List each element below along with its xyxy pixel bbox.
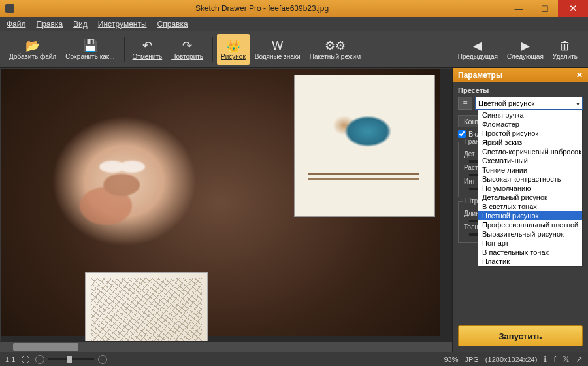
- save-icon: 💾: [83, 39, 97, 53]
- preset-option[interactable]: Выразительный рисунок: [478, 229, 582, 239]
- prev-button[interactable]: ◀ Предыдущая: [454, 34, 502, 65]
- redo-icon: ↷: [182, 39, 192, 53]
- preset-option[interactable]: Цветной рисунок: [478, 211, 582, 220]
- zoom-control: − +: [35, 355, 107, 364]
- save-as-label: Сохранить как...: [65, 53, 114, 60]
- preset-option[interactable]: Простой рисунок: [478, 129, 582, 138]
- sidebar: Параметры ✕ Пресеты ≡ Цветной рисунок Си…: [452, 68, 588, 352]
- horizontal-scrollbar[interactable]: [0, 341, 452, 352]
- menu-edit[interactable]: Правка: [37, 20, 63, 29]
- window-title: Sketch Drawer Pro - feefae639b23.jpg: [18, 4, 506, 13]
- preset-option[interactable]: Синяя ручка: [478, 110, 582, 120]
- next-button[interactable]: ▶ Следующая: [503, 34, 547, 65]
- share-icon[interactable]: ↗: [576, 354, 583, 364]
- add-file-label: Добавить файл: [9, 53, 56, 60]
- preset-option[interactable]: Тонкие линии: [478, 165, 582, 175]
- gear-icon: ⚙⚙: [325, 39, 346, 53]
- preset-option[interactable]: Яркий эскиз: [478, 138, 582, 147]
- preset-option[interactable]: Светло-коричневый набросок: [478, 147, 582, 156]
- preset-dropdown[interactable]: Цветной рисунок: [475, 97, 583, 110]
- titlebar: Sketch Drawer Pro - feefae639b23.jpg — ☐…: [0, 0, 588, 17]
- preview-sketch-portrait: [85, 272, 208, 341]
- presets-label: Пресеты: [458, 86, 583, 94]
- folder-open-icon: 📂: [25, 39, 40, 53]
- preset-option[interactable]: Поп-арт: [478, 239, 582, 248]
- next-label: Следующая: [507, 53, 544, 60]
- enable-checkbox-input[interactable]: [458, 130, 466, 138]
- batch-button[interactable]: ⚙⚙ Пакетный режим: [306, 34, 365, 65]
- zoom-ratio: 1:1: [5, 356, 15, 363]
- trash-icon: 🗑: [559, 39, 571, 53]
- arrow-right-icon: ▶: [521, 39, 530, 53]
- add-file-button[interactable]: 📂 Добавить файл: [5, 34, 60, 65]
- main-area: Параметры ✕ Пресеты ≡ Цветной рисунок Си…: [0, 68, 588, 352]
- preset-option[interactable]: Профессиональный цветной набросок: [478, 220, 582, 229]
- preset-option[interactable]: Схематичный: [478, 156, 582, 165]
- panel-close-icon[interactable]: ✕: [576, 71, 583, 80]
- separator: [212, 37, 213, 62]
- run-label: Запустить: [498, 331, 542, 341]
- menu-view[interactable]: Вид: [73, 20, 88, 29]
- close-button[interactable]: ✕: [558, 0, 588, 17]
- preset-dropdown-list[interactable]: Синяя ручкаФломастерПростой рисунокЯркий…: [478, 110, 583, 267]
- preset-settings-button[interactable]: ≡: [458, 97, 472, 110]
- sliders-icon: ≡: [463, 99, 467, 108]
- preset-option[interactable]: По умолчанию: [478, 184, 582, 193]
- undo-button[interactable]: ↶ Отменить: [129, 34, 167, 65]
- menu-help[interactable]: Справка: [157, 20, 188, 29]
- panel-header: Параметры ✕: [453, 68, 588, 82]
- batch-label: Пакетный режим: [310, 53, 361, 60]
- panel-title: Параметры: [458, 71, 502, 80]
- save-as-button[interactable]: 💾 Сохранить как...: [61, 34, 118, 65]
- canvas[interactable]: [1, 69, 452, 341]
- delete-label: Удалить: [553, 53, 578, 60]
- preset-option[interactable]: Фломастер: [478, 120, 582, 129]
- file-format: JPG: [465, 356, 478, 363]
- fit-icon[interactable]: ⛶: [22, 356, 29, 363]
- info-icon[interactable]: ℹ: [544, 354, 547, 364]
- panel-body: Пресеты ≡ Цветной рисунок Синяя ручкаФло…: [453, 82, 588, 352]
- watermark-label: Водяные знаки: [255, 53, 301, 60]
- watermark-icon: W: [272, 39, 283, 53]
- preset-option[interactable]: Высокая контрастность: [478, 175, 582, 184]
- preset-selected: Цветной рисунок: [478, 99, 534, 107]
- run-button[interactable]: Запустить: [458, 325, 583, 346]
- undo-icon: ↶: [142, 39, 152, 53]
- preset-option[interactable]: Детальный рисунок: [478, 193, 582, 202]
- zoom-out-button[interactable]: −: [35, 355, 44, 364]
- zoom-percent: 93%: [444, 356, 458, 363]
- prev-label: Предыдущая: [458, 53, 498, 60]
- watermark-button[interactable]: W Водяные знаки: [251, 34, 304, 65]
- statusbar: 1:1 ⛶ − + 93% JPG (1280x1024x24) ℹ f 𝕏 ↗: [0, 352, 588, 366]
- drawing-button[interactable]: 👑 Рисунок: [217, 34, 250, 65]
- preset-option[interactable]: В пастельных тонах: [478, 248, 582, 257]
- redo-label: Повторить: [171, 53, 203, 60]
- preset-option[interactable]: Пластик: [478, 257, 582, 266]
- menu-tools[interactable]: Инструменты: [98, 20, 147, 29]
- zoom-in-button[interactable]: +: [98, 355, 107, 364]
- facebook-icon[interactable]: f: [553, 354, 556, 364]
- maximize-button[interactable]: ☐: [532, 0, 558, 17]
- zoom-slider[interactable]: [48, 358, 94, 360]
- delete-button[interactable]: 🗑 Удалить: [549, 34, 581, 65]
- undo-label: Отменить: [133, 53, 163, 60]
- redo-button[interactable]: ↷ Повторить: [167, 34, 207, 65]
- toolbar: 📂 Добавить файл 💾 Сохранить как... ↶ Отм…: [0, 31, 588, 68]
- preset-option[interactable]: В светлых тонах: [478, 202, 582, 211]
- file-dimensions: (1280x1024x24): [485, 356, 538, 363]
- app-icon: [5, 4, 14, 13]
- canvas-wrap: [0, 68, 452, 352]
- separator: [124, 37, 125, 62]
- social-links: ℹ f 𝕏 ↗: [544, 354, 583, 364]
- preview-sketch-bird: [294, 75, 435, 217]
- crown-icon: 👑: [226, 39, 240, 53]
- minimize-button[interactable]: —: [506, 0, 532, 17]
- drawing-label: Рисунок: [221, 53, 246, 60]
- menubar: Файл Правка Вид Инструменты Справка: [0, 17, 588, 31]
- menu-file[interactable]: Файл: [7, 20, 26, 29]
- twitter-icon[interactable]: 𝕏: [563, 354, 569, 364]
- arrow-left-icon: ◀: [473, 39, 482, 53]
